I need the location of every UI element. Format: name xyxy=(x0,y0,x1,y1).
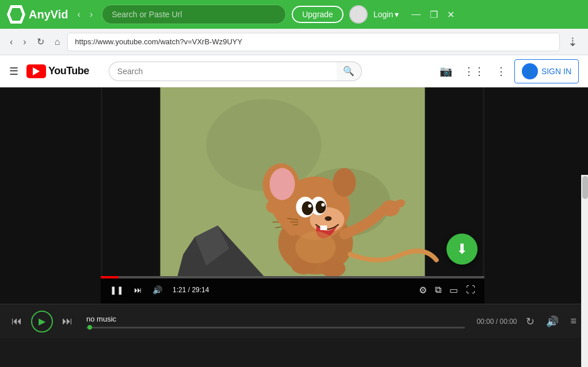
download-icon: ⬇ xyxy=(456,241,468,257)
cartoon-scene xyxy=(101,87,484,276)
svg-point-30 xyxy=(296,231,336,263)
maximize-button[interactable]: ❐ xyxy=(427,8,440,21)
svg-point-17 xyxy=(316,201,326,213)
youtube-right-icons: 📷 ⋮⋮ ⋮ 👤 SIGN IN xyxy=(436,59,579,83)
player-play-btn[interactable]: ▶ xyxy=(31,311,53,332)
track-progress-dot xyxy=(87,325,92,330)
svg-point-4 xyxy=(207,99,322,191)
window-controls: — ❐ ✕ xyxy=(409,8,457,21)
youtube-logo-red xyxy=(26,64,46,78)
scrollbar-thumb[interactable] xyxy=(582,176,588,199)
playlist-btn[interactable]: ≡ xyxy=(568,313,579,330)
play-icon: ▶ xyxy=(39,316,45,327)
time-display: 1:21 / 29:14 xyxy=(173,286,209,294)
right-sidebar xyxy=(484,87,588,304)
youtube-search-form: 🔍 xyxy=(109,62,362,81)
bottom-player: ⏮ ▶ ⏭ no music 00:00 / 00:00 ↻ 🔊 ≡ xyxy=(0,304,588,338)
settings-btn[interactable]: ⚙ xyxy=(417,282,429,298)
svg-point-27 xyxy=(266,200,282,213)
back-arrow-btn[interactable]: ‹ xyxy=(74,7,84,22)
player-next-btn[interactable]: ⏭ xyxy=(60,313,75,330)
svg-rect-1 xyxy=(103,87,161,276)
youtube-camera-btn[interactable]: 📷 xyxy=(436,62,456,81)
video-container: ❚❚ ⏭ 🔊 1:21 / 29:14 ⚙ ⧉ ▭ ⛶ xyxy=(101,87,484,304)
app-logo-icon xyxy=(7,5,25,24)
next-btn[interactable]: ⏭ xyxy=(132,282,144,297)
download-float-button[interactable]: ⬇ xyxy=(446,234,478,265)
app-topbar: AnyVid ‹ › Upgrade Login ▾ — ❐ ✕ xyxy=(0,0,588,29)
track-time: 00:00 / 00:00 xyxy=(476,318,517,326)
search-bar[interactable] xyxy=(102,5,286,24)
youtube-grid-btn[interactable]: ⋮⋮ xyxy=(460,62,488,81)
fullscreen-btn[interactable]: ⛶ xyxy=(464,282,478,297)
menu-icon[interactable]: ☰ xyxy=(9,65,18,78)
left-sidebar xyxy=(0,87,101,304)
main-content: ❚❚ ⏭ 🔊 1:21 / 29:14 ⚙ ⧉ ▭ ⛶ xyxy=(0,87,588,304)
address-bar[interactable]: https://www.youtube.com/watch?v=VXrB-Wz9… xyxy=(67,33,560,51)
video-controls-right: ⚙ ⧉ ▭ ⛶ xyxy=(417,282,478,298)
svg-point-16 xyxy=(302,201,314,215)
player-volume-btn[interactable]: 🔊 xyxy=(544,313,561,330)
miniplayer-btn[interactable]: ⧉ xyxy=(433,282,444,297)
play-pause-btn[interactable]: ❚❚ xyxy=(108,282,126,297)
video-controls: ❚❚ ⏭ 🔊 1:21 / 29:14 ⚙ ⧉ ▭ ⛶ xyxy=(101,276,484,304)
track-progress-bar[interactable] xyxy=(86,327,465,328)
youtube-search-button[interactable]: 🔍 xyxy=(337,62,362,81)
minimize-button[interactable]: — xyxy=(409,8,423,21)
browser-bar: ‹ › ↻ ⌂ https://www.youtube.com/watch?v=… xyxy=(0,29,588,55)
youtube-signin-button[interactable]: 👤 SIGN IN xyxy=(514,59,579,83)
youtube-signin-avatar: 👤 xyxy=(522,63,538,79)
url-display: https://www.youtube.com/watch?v=VXrB-Wz9… xyxy=(75,37,242,46)
svg-point-18 xyxy=(308,204,312,208)
upgrade-button[interactable]: Upgrade xyxy=(292,6,343,23)
app-logo-area: AnyVid xyxy=(7,5,68,24)
login-button[interactable]: Login ▾ xyxy=(373,10,399,19)
app-name-label: AnyVid xyxy=(29,8,68,21)
youtube-more-btn[interactable]: ⋮ xyxy=(492,62,510,81)
download-icon[interactable]: ⇣ xyxy=(564,33,581,51)
player-prev-btn[interactable]: ⏮ xyxy=(9,313,24,330)
scrollbar[interactable] xyxy=(581,175,588,367)
youtube-signin-label: SIGN IN xyxy=(541,67,571,76)
youtube-search-input[interactable] xyxy=(109,62,337,81)
close-button[interactable]: ✕ xyxy=(445,8,457,21)
forward-arrow-btn[interactable]: › xyxy=(86,7,96,22)
youtube-logo[interactable]: YouTube xyxy=(26,64,89,78)
browser-home-btn[interactable]: ⌂ xyxy=(52,35,63,49)
browser-refresh-btn[interactable]: ↻ xyxy=(34,34,47,49)
svg-rect-21 xyxy=(320,225,327,230)
progress-fill xyxy=(101,276,119,278)
svg-point-13 xyxy=(333,168,356,197)
nav-arrows: ‹ › xyxy=(74,7,97,22)
search-input[interactable] xyxy=(112,10,276,19)
track-name: no music xyxy=(86,315,465,323)
youtube-header: ☰ YouTube 🔍 📷 ⋮⋮ ⋮ 👤 SIGN IN xyxy=(0,55,588,87)
browser-back-btn[interactable]: ‹ xyxy=(7,35,16,49)
svg-point-19 xyxy=(322,203,325,207)
volume-btn[interactable]: 🔊 xyxy=(150,282,165,297)
browser-forward-btn[interactable]: › xyxy=(20,35,29,49)
progress-bar[interactable] xyxy=(101,276,484,278)
theater-btn[interactable]: ▭ xyxy=(447,282,460,298)
svg-point-20 xyxy=(325,216,332,221)
svg-point-12 xyxy=(270,168,295,200)
repeat-btn[interactable]: ↻ xyxy=(524,313,537,330)
youtube-logo-text: YouTube xyxy=(48,65,89,77)
avatar xyxy=(349,5,368,24)
track-info: no music xyxy=(82,315,469,328)
